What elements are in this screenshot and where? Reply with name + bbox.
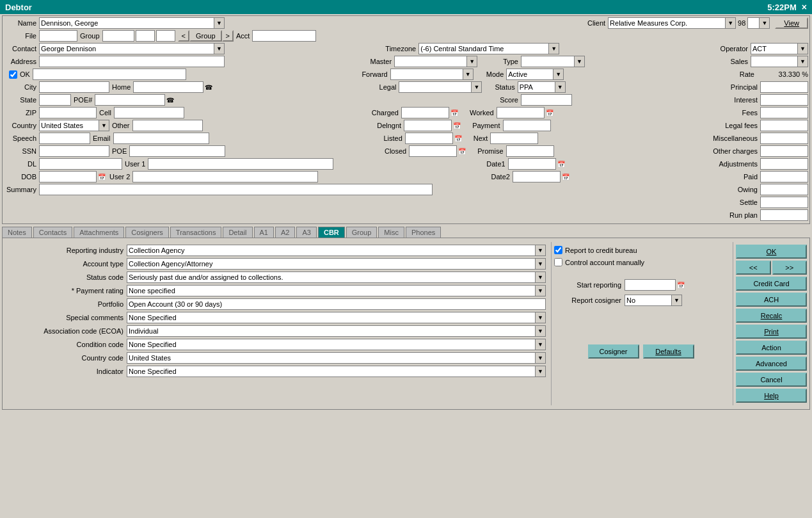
- country-code-arrow[interactable]: ▼: [535, 353, 545, 363]
- legal-arrow[interactable]: ▼: [471, 82, 481, 92]
- date1-input[interactable]: [508, 158, 556, 170]
- summary-input[interactable]: [39, 184, 433, 195]
- fees-input[interactable]: [760, 107, 808, 118]
- view-button[interactable]: View: [775, 17, 808, 29]
- reporting-industry-wrap[interactable]: Collection Agency ▼: [127, 245, 546, 256]
- advanced-button[interactable]: Advanced: [736, 357, 807, 371]
- state-input[interactable]: NE: [39, 94, 71, 106]
- tab-contacts[interactable]: Contacts: [33, 227, 72, 238]
- print-button[interactable]: Print: [736, 325, 807, 339]
- master-arrow[interactable]: ▼: [466, 56, 477, 67]
- country-arrow[interactable]: ▼: [99, 120, 109, 131]
- listed-input[interactable]: 07/11/2015: [405, 133, 453, 144]
- cal-icon5[interactable]: 📅: [458, 148, 466, 155]
- tab-phones[interactable]: Phones: [406, 227, 441, 238]
- tab-misc[interactable]: Misc: [378, 227, 404, 238]
- tab-a3[interactable]: A3: [296, 227, 316, 238]
- operator-wrap[interactable]: ACT ▼: [751, 43, 808, 54]
- special-comments-wrap[interactable]: None Specified ▼: [127, 312, 546, 323]
- ok-button[interactable]: OK: [736, 245, 807, 259]
- principal-input[interactable]: $6,950.00: [760, 81, 808, 93]
- timezone-wrap[interactable]: (-6) Central Standard Time ▼: [418, 43, 559, 54]
- start-reporting-cal[interactable]: 📅: [677, 282, 685, 289]
- promise-input[interactable]: 03/04/2016: [506, 145, 554, 157]
- type-arrow[interactable]: ▼: [574, 56, 584, 67]
- ssn-input[interactable]: 777-90-2545: [39, 145, 109, 157]
- poe-name-input[interactable]: Ryan's Garage: [129, 145, 225, 157]
- payment-rating-arrow[interactable]: ▼: [535, 286, 545, 296]
- contact-wrap[interactable]: George Dennison ▼: [39, 43, 225, 54]
- tab-cbr[interactable]: CBR: [318, 227, 345, 238]
- cell-input[interactable]: [114, 107, 184, 118]
- delinqnt-input[interactable]: [404, 120, 452, 131]
- cal-icon6[interactable]: 📅: [557, 161, 565, 168]
- email-input[interactable]: gdennison@example.ne: [113, 133, 209, 144]
- tab-a1[interactable]: A1: [254, 227, 274, 238]
- phone-icon2[interactable]: ☎: [166, 97, 174, 104]
- payment-input[interactable]: 01/02/2016: [503, 120, 551, 131]
- group-input2[interactable]: [136, 30, 155, 42]
- indicator-wrap[interactable]: None Specified ▼: [127, 366, 546, 377]
- forward-wrap[interactable]: ▼: [390, 69, 474, 80]
- poe-input[interactable]: 402-555-0177: [95, 94, 165, 106]
- zip-input[interactable]: 54687: [39, 107, 97, 118]
- credit-card-button[interactable]: Credit Card: [736, 277, 807, 291]
- cancel-button[interactable]: Cancel: [736, 373, 807, 387]
- report-cbr-checkbox[interactable]: [554, 246, 562, 254]
- master-wrap[interactable]: ▼: [394, 56, 477, 67]
- status-code-arrow[interactable]: ▼: [535, 272, 545, 282]
- group-nav-right[interactable]: >: [222, 30, 234, 42]
- start-reporting-input[interactable]: 09/17/2015: [625, 279, 676, 291]
- action-button[interactable]: Action: [736, 341, 807, 355]
- indicator-arrow[interactable]: ▼: [535, 366, 545, 376]
- run-plan-input[interactable]: [760, 209, 808, 221]
- association-code-wrap[interactable]: Individual ▼: [127, 325, 546, 337]
- report-cosigner-arrow[interactable]: ▼: [671, 295, 681, 305]
- sales-arrow[interactable]: ▼: [797, 56, 808, 67]
- account-type-wrap[interactable]: Collection Agency/Attorney ▼: [127, 258, 546, 270]
- client-num-arrow[interactable]: ▼: [759, 18, 769, 28]
- reporting-industry-arrow[interactable]: ▼: [535, 245, 545, 255]
- country-wrap[interactable]: United States ▼: [39, 120, 109, 131]
- other-charges-input[interactable]: [760, 145, 808, 157]
- cal-icon2[interactable]: 📅: [546, 109, 553, 117]
- cosigner-button[interactable]: Cosigner: [588, 344, 639, 359]
- help-button[interactable]: Help: [736, 389, 807, 403]
- status-wrap[interactable]: PPA ▼: [518, 81, 566, 93]
- city-input[interactable]: Omaha: [39, 81, 109, 93]
- prev-button[interactable]: <<: [736, 261, 771, 275]
- country-code-wrap[interactable]: United States ▼: [127, 352, 546, 364]
- charged-input[interactable]: 04/13/2014: [401, 107, 449, 118]
- ok-checkbox[interactable]: [9, 70, 17, 79]
- mode-arrow[interactable]: ▼: [553, 69, 563, 79]
- legal-wrap[interactable]: ▼: [399, 81, 482, 93]
- sales-wrap[interactable]: ▼: [751, 56, 808, 67]
- cal-icon8[interactable]: 📅: [562, 174, 569, 181]
- next-button[interactable]: >>: [772, 261, 808, 275]
- legal-fees-input[interactable]: [760, 120, 808, 131]
- control-account-checkbox[interactable]: [554, 258, 562, 266]
- other-input[interactable]: [132, 120, 203, 131]
- user2-input[interactable]: [132, 171, 318, 182]
- file-input[interactable]: 4415: [39, 30, 77, 42]
- tab-cosigners[interactable]: Cosigners: [125, 227, 169, 238]
- home-input[interactable]: 402-555-0169: [133, 81, 203, 93]
- defaults-button[interactable]: Defaults: [643, 344, 694, 359]
- association-code-arrow[interactable]: ▼: [535, 326, 545, 336]
- condition-code-wrap[interactable]: None Specified ▼: [127, 339, 546, 350]
- condition-code-arrow[interactable]: ▼: [535, 339, 545, 350]
- group-nav-left[interactable]: <: [178, 30, 189, 42]
- adjustments-input[interactable]: [760, 158, 808, 170]
- dob-input[interactable]: 06/25/1984: [39, 171, 97, 182]
- worked-input[interactable]: 03/03/2016: [497, 107, 545, 118]
- tab-group[interactable]: Group: [346, 227, 378, 238]
- owing-input[interactable]: $3,474.98: [760, 184, 808, 195]
- settle-input[interactable]: [760, 197, 808, 208]
- cal-icon4[interactable]: 📅: [454, 135, 462, 142]
- report-cosigner-wrap[interactable]: No ▼: [625, 295, 682, 306]
- close-btn[interactable]: ×: [802, 2, 807, 12]
- ok-input[interactable]: [33, 69, 186, 80]
- misc-input[interactable]: [760, 133, 808, 144]
- cal-icon1[interactable]: 📅: [450, 109, 458, 117]
- tab-a2[interactable]: A2: [275, 227, 295, 238]
